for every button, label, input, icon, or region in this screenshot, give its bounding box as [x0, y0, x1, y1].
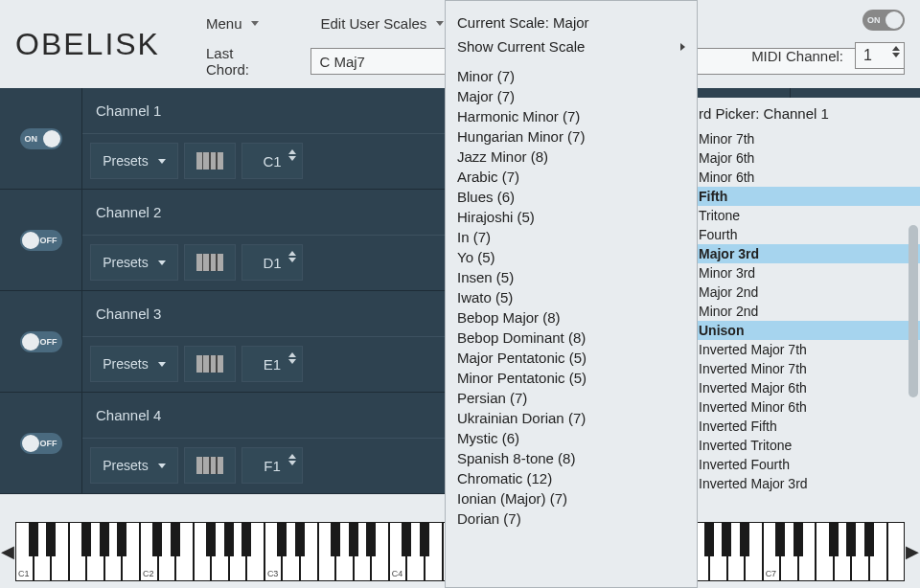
- black-key[interactable]: [794, 522, 803, 556]
- black-key[interactable]: [864, 522, 874, 556]
- black-key[interactable]: [277, 522, 287, 556]
- presets-button[interactable]: Presets: [90, 447, 178, 484]
- scale-item[interactable]: Iwato (5): [453, 287, 689, 307]
- scale-item[interactable]: Bebop Dominant (8): [453, 328, 689, 348]
- chord-picker-item[interactable]: Inverted Major 6th: [689, 378, 920, 397]
- black-key[interactable]: [775, 522, 785, 556]
- black-key[interactable]: [829, 522, 839, 556]
- channel-main-toggle[interactable]: OFF: [20, 230, 62, 251]
- stepper-icon[interactable]: [892, 46, 900, 57]
- chord-picker-item[interactable]: Fourth: [689, 225, 920, 244]
- chord-picker-item[interactable]: Major 6th: [689, 148, 920, 168]
- scale-item[interactable]: Dorian (7): [453, 509, 689, 529]
- black-key[interactable]: [349, 522, 358, 556]
- menu-button[interactable]: Menu: [206, 15, 260, 32]
- scale-item[interactable]: Harmonic Minor (7): [453, 106, 689, 126]
- keyboard-button[interactable]: [184, 143, 236, 179]
- scale-item[interactable]: In (7): [453, 227, 689, 247]
- scale-item[interactable]: Spanish 8-tone (8): [453, 448, 689, 468]
- piano-scroll-left[interactable]: ◀: [0, 523, 15, 580]
- scale-item[interactable]: Major (7): [453, 86, 689, 106]
- black-key[interactable]: [722, 522, 731, 556]
- black-key[interactable]: [152, 522, 162, 556]
- edit-user-scales-button[interactable]: Edit User Scales: [320, 15, 444, 32]
- black-key[interactable]: [46, 522, 56, 556]
- black-key[interactable]: [171, 522, 180, 556]
- global-toggle[interactable]: ON: [862, 10, 905, 31]
- black-key[interactable]: [295, 522, 305, 556]
- keyboard-button[interactable]: [184, 244, 236, 281]
- scale-item[interactable]: Ukrainian Dorian (7): [453, 408, 689, 428]
- chord-picker-item[interactable]: Inverted Tritone: [689, 436, 920, 455]
- scale-item[interactable]: Hungarian Minor (7): [453, 126, 689, 147]
- scale-item[interactable]: Yo (5): [453, 247, 689, 267]
- piano-scroll-right[interactable]: ▶: [905, 523, 920, 580]
- chord-picker-item[interactable]: Minor 7th: [689, 129, 920, 148]
- chord-picker-item[interactable]: Tritone: [689, 206, 920, 225]
- presets-button[interactable]: Presets: [90, 346, 178, 382]
- chord-picker-item[interactable]: Inverted Fifth: [689, 417, 920, 436]
- chord-picker-item[interactable]: Major 3rd: [689, 244, 920, 263]
- midi-channel-select[interactable]: 1: [855, 42, 905, 69]
- scale-item[interactable]: Minor Pentatonic (5): [453, 368, 689, 388]
- scale-item[interactable]: Arabic (7): [453, 167, 689, 187]
- white-key[interactable]: [887, 522, 906, 581]
- black-key[interactable]: [740, 522, 749, 556]
- scales-dropdown[interactable]: Current Scale: Major Show Current Scale …: [445, 0, 698, 588]
- scale-item[interactable]: Insen (5): [453, 267, 689, 287]
- note-select[interactable]: E1: [242, 346, 303, 382]
- chord-picker-item[interactable]: Fifth: [689, 187, 920, 206]
- chord-picker-item[interactable]: Major 2nd: [689, 283, 920, 302]
- black-key[interactable]: [704, 522, 714, 556]
- current-scale-header[interactable]: Current Scale: Major: [453, 11, 689, 34]
- scale-item[interactable]: Bebop Major (8): [453, 307, 689, 328]
- keyboard-button[interactable]: [184, 447, 236, 484]
- black-key[interactable]: [117, 522, 126, 556]
- black-key[interactable]: [81, 522, 91, 556]
- black-key[interactable]: [331, 522, 340, 556]
- note-select[interactable]: C1: [242, 143, 303, 179]
- chord-picker-item[interactable]: Minor 2nd: [689, 302, 920, 321]
- scale-item[interactable]: Hirajoshi (5): [453, 207, 689, 227]
- black-key[interactable]: [402, 522, 411, 556]
- black-key[interactable]: [846, 522, 856, 556]
- black-key[interactable]: [242, 522, 251, 556]
- keyboard-button[interactable]: [184, 346, 236, 382]
- scale-item[interactable]: Major Pentatonic (5): [453, 348, 689, 368]
- scale-item[interactable]: Minor (7): [453, 66, 689, 86]
- presets-button[interactable]: Presets: [90, 143, 178, 179]
- scale-item[interactable]: Chromatic (12): [453, 468, 689, 488]
- scale-item[interactable]: Blues (6): [453, 187, 689, 207]
- stepper-icon[interactable]: [288, 454, 296, 465]
- chord-picker-item[interactable]: Unison: [689, 321, 920, 340]
- scrollbar-thumb[interactable]: [908, 225, 918, 397]
- black-key[interactable]: [206, 522, 216, 556]
- scale-item[interactable]: Persian (7): [453, 388, 689, 408]
- stepper-icon[interactable]: [288, 149, 296, 161]
- scale-item[interactable]: Jazz Minor (8): [453, 147, 689, 167]
- presets-button[interactable]: Presets: [90, 244, 178, 281]
- black-key[interactable]: [420, 522, 429, 556]
- stepper-icon[interactable]: [288, 352, 296, 364]
- channel-main-toggle[interactable]: OFF: [20, 433, 62, 454]
- chord-picker-item[interactable]: Inverted Fourth: [689, 455, 920, 474]
- chord-picker-item[interactable]: Minor 3rd: [689, 263, 920, 283]
- note-select[interactable]: D1: [242, 244, 303, 281]
- scale-item[interactable]: Mystic (6): [453, 428, 689, 448]
- chord-picker-item[interactable]: Minor 6th: [689, 168, 920, 187]
- channel-main-toggle[interactable]: OFF: [20, 331, 62, 352]
- chord-picker-item[interactable]: Inverted Major 3rd: [689, 474, 920, 493]
- note-select[interactable]: F1: [242, 447, 303, 484]
- chord-picker-item[interactable]: Inverted Minor 6th: [689, 397, 920, 417]
- black-key[interactable]: [224, 522, 234, 556]
- chord-picker-list[interactable]: Minor 7thMajor 6thMinor 6thFifthTritoneF…: [689, 129, 920, 493]
- chord-picker-item[interactable]: Inverted Major 7th: [689, 340, 920, 359]
- stepper-icon[interactable]: [288, 251, 296, 262]
- chord-picker-item[interactable]: Inverted Minor 7th: [689, 359, 920, 378]
- channel-main-toggle[interactable]: ON: [20, 128, 62, 149]
- black-key[interactable]: [29, 522, 38, 556]
- black-key[interactable]: [100, 522, 109, 556]
- show-current-scale[interactable]: Show Current Scale: [453, 34, 689, 58]
- black-key[interactable]: [366, 522, 376, 556]
- scale-item[interactable]: Ionian (Major) (7): [453, 488, 689, 509]
